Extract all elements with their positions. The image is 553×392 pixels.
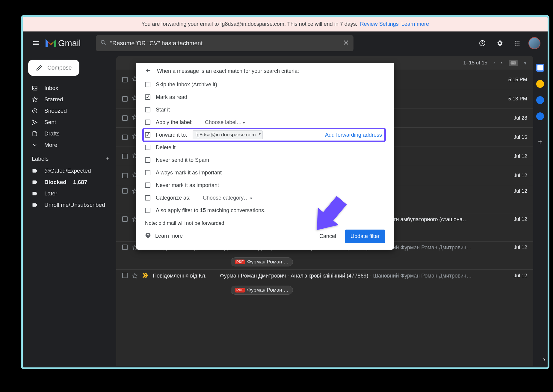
row-checkbox[interactable] [122, 245, 128, 250]
email-date: Jul 28 [503, 115, 527, 121]
filter-learn-more[interactable]: Learn more [155, 233, 183, 239]
email-row[interactable]: Повідомлення від Кл.Фурман Роман Дмитров… [116, 269, 533, 298]
add-forwarding-address-link[interactable]: Add forwarding address [325, 132, 382, 138]
row-checkbox[interactable] [122, 188, 128, 194]
label-name: @Gated/Expected [44, 168, 91, 174]
apply-label-select[interactable]: Choose label… [205, 119, 245, 126]
forward-address-select[interactable]: fg8dsa@in.docsparse.com [193, 130, 263, 139]
banner-review-link[interactable]: Review Settings [360, 21, 399, 27]
nav-snoozed[interactable]: Snoozed [27, 105, 116, 117]
checkbox-never-spam[interactable] [145, 157, 150, 163]
row-checkbox[interactable] [122, 154, 128, 159]
filter-title: When a message is an exact match for you… [157, 68, 299, 74]
add-label-button[interactable]: + [106, 155, 110, 163]
svg-point-2 [516, 41, 518, 42]
filter-back-icon[interactable] [145, 67, 152, 75]
email-date: Jul 12 [503, 153, 527, 159]
nav-more[interactable]: More [27, 139, 116, 151]
search-icon[interactable] [100, 39, 107, 47]
side-panel: + [534, 55, 546, 366]
email-date: Jul 12 [503, 173, 527, 179]
help-icon[interactable]: ? [145, 232, 151, 240]
opt-categorize: Categorize as: [156, 195, 191, 201]
banner-text: You are forwarding your email to fg8dsa@… [141, 21, 357, 27]
account-avatar[interactable] [528, 37, 540, 49]
sidebar: Compose Inbox Starred Snoozed Sent Draft… [23, 55, 116, 366]
nav-sent[interactable]: Sent [27, 117, 116, 128]
checkbox-skip-inbox[interactable] [145, 82, 150, 87]
brand-text: Gmail [58, 38, 81, 48]
checkbox-never-important[interactable] [145, 183, 150, 188]
email-date: Jul 12 [503, 216, 527, 222]
search-input[interactable] [110, 40, 343, 47]
clear-search-icon[interactable] [343, 39, 349, 47]
categorize-select[interactable]: Choose category… [203, 195, 252, 201]
svg-point-8 [516, 45, 518, 46]
svg-point-3 [519, 41, 520, 42]
row-checkbox[interactable] [122, 115, 128, 121]
checkbox-also-apply[interactable] [145, 208, 150, 213]
settings-gear-icon[interactable] [494, 37, 506, 49]
importance-icon[interactable] [142, 273, 149, 280]
tasks-app-icon[interactable] [536, 96, 544, 104]
pagination-range: 1–15 of 15 [463, 60, 487, 66]
row-checkbox[interactable] [122, 216, 128, 222]
label-item[interactable]: Later [27, 188, 116, 199]
opt-forward: Forward it to: [156, 132, 187, 138]
checkbox-always-important[interactable] [145, 170, 150, 175]
checkbox-apply-label[interactable] [145, 120, 150, 125]
page-prev-icon[interactable]: ‹ [493, 60, 495, 66]
email-sender: Повідомлення від Кл. [153, 273, 216, 279]
email-subject: Фурман Роман Дмитрович - Аналіз крові кл… [220, 273, 499, 279]
svg-point-1 [515, 41, 516, 42]
checkbox-mark-read[interactable] [145, 94, 150, 100]
row-checkbox[interactable] [122, 96, 128, 102]
row-checkbox[interactable] [122, 77, 128, 82]
calendar-app-icon[interactable] [536, 64, 544, 72]
nav-drafts[interactable]: Drafts [27, 128, 116, 139]
row-checkbox[interactable] [122, 135, 128, 140]
checkbox-star-it[interactable] [145, 107, 150, 112]
label-item[interactable]: @Gated/Expected [27, 165, 116, 177]
email-date: Jul 12 [503, 188, 527, 194]
input-tool-caret-icon[interactable]: ▾ [524, 60, 527, 66]
input-tool-badge[interactable]: ⌨ [509, 60, 518, 66]
checkbox-forward[interactable] [145, 132, 150, 138]
nav-drafts-label: Drafts [44, 130, 60, 137]
opt-also-apply: Also apply filter to 15 matching convers… [156, 207, 265, 214]
nav-starred[interactable]: Starred [27, 94, 116, 105]
attachment-chip[interactable]: PDFФурман Роман … [231, 257, 293, 266]
star-icon[interactable] [132, 273, 138, 280]
support-icon[interactable] [476, 37, 488, 49]
attachment-chip[interactable]: PDFФурман Роман … [231, 286, 293, 295]
page-next-icon[interactable]: › [501, 60, 503, 66]
apps-grid-icon[interactable] [511, 37, 523, 49]
row-checkbox[interactable] [122, 173, 128, 178]
email-date: 5:15 PM [503, 77, 527, 83]
keep-app-icon[interactable] [536, 80, 544, 88]
label-name: Unroll.me/Unsubscribed [44, 202, 105, 208]
checkbox-delete[interactable] [145, 145, 150, 150]
gmail-logo[interactable]: Gmail [46, 38, 81, 48]
label-item[interactable]: Blocked1,687 [27, 177, 116, 188]
filter-panel: When a message is an exact match for you… [136, 63, 394, 250]
labels-header: Labels [32, 156, 49, 162]
main-menu-button[interactable] [30, 37, 42, 49]
annotation-arrow-icon [305, 191, 353, 239]
opt-mark-read: Mark as read [156, 94, 187, 100]
add-addon-button[interactable]: + [538, 138, 542, 146]
pdf-icon: PDF [235, 260, 245, 264]
contacts-app-icon[interactable] [536, 112, 544, 120]
compose-button[interactable]: Compose [28, 60, 79, 76]
nav-inbox[interactable]: Inbox [27, 82, 116, 94]
pdf-icon: PDF [235, 288, 245, 293]
checkbox-categorize[interactable] [145, 195, 150, 200]
side-panel-toggle-icon[interactable]: › [543, 356, 545, 364]
opt-skip-inbox: Skip the Inbox (Archive it) [156, 82, 217, 88]
search-bar[interactable] [96, 35, 353, 51]
compose-label: Compose [47, 64, 72, 71]
row-checkbox[interactable] [122, 273, 128, 278]
banner-learn-link[interactable]: Learn more [401, 21, 429, 27]
opt-never-spam: Never send it to Spam [156, 157, 209, 163]
label-item[interactable]: Unroll.me/Unsubscribed [27, 199, 116, 211]
